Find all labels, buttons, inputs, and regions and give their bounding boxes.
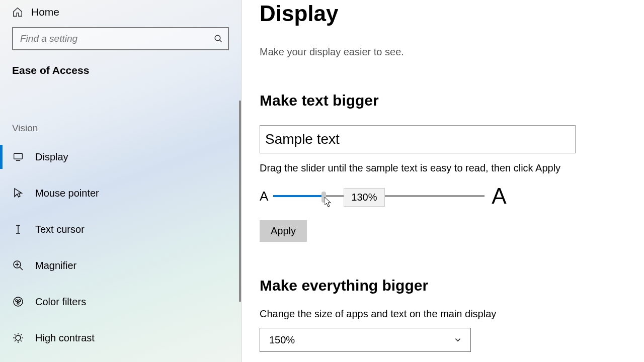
chevron-down-icon <box>454 336 461 343</box>
sample-text: Sample text <box>265 131 340 147</box>
big-a-icon: A <box>492 184 506 209</box>
svg-line-18 <box>21 340 22 341</box>
home-nav[interactable]: Home <box>0 0 241 27</box>
svg-line-20 <box>21 334 22 335</box>
home-label: Home <box>31 6 59 18</box>
slider-thumb[interactable] <box>321 192 326 203</box>
display-icon <box>12 151 24 163</box>
make-everything-bigger-heading: Make everything bigger <box>260 277 644 294</box>
svg-line-5 <box>20 267 23 270</box>
search-container <box>0 27 241 64</box>
text-size-slider-row: A 130% A <box>260 181 644 211</box>
high-contrast-icon <box>12 332 24 344</box>
svg-rect-2 <box>14 153 23 159</box>
sidebar-scrollbar[interactable] <box>239 101 241 302</box>
apply-button[interactable]: Apply <box>260 220 307 242</box>
svg-point-12 <box>16 335 21 340</box>
slider-value-tooltip: 130% <box>344 188 384 207</box>
svg-line-19 <box>15 340 16 341</box>
category-heading: Ease of Access <box>0 64 241 81</box>
svg-point-9 <box>16 300 18 302</box>
settings-sidebar: Home Ease of Access Vision Display Mouse… <box>0 0 242 362</box>
nav-label: Mouse pointer <box>35 188 99 199</box>
svg-line-1 <box>219 40 222 42</box>
svg-point-8 <box>14 297 23 306</box>
svg-point-10 <box>19 300 21 302</box>
svg-line-17 <box>15 334 16 335</box>
subcategory-heading: Vision <box>0 81 241 139</box>
sidebar-item-mouse-pointer[interactable]: Mouse pointer <box>0 175 241 211</box>
nav-label: High contrast <box>35 332 95 344</box>
magnifier-icon <box>12 259 24 272</box>
pointer-icon <box>12 187 24 199</box>
make-text-bigger-heading: Make text bigger <box>260 92 644 109</box>
search-box[interactable] <box>12 27 229 50</box>
scale-dropdown[interactable]: 150% <box>260 328 471 352</box>
scale-label: Change the size of apps and text on the … <box>260 308 644 320</box>
sidebar-item-magnifier[interactable]: Magnifier <box>0 247 241 284</box>
sample-text-box: Sample text <box>260 125 576 153</box>
search-input[interactable] <box>20 33 214 44</box>
nav-label: Magnifier <box>35 260 76 272</box>
sidebar-item-high-contrast[interactable]: High contrast <box>0 320 241 356</box>
small-a-icon: A <box>260 189 268 204</box>
home-icon <box>12 7 23 18</box>
svg-point-0 <box>215 35 220 41</box>
slider-instruction: Drag the slider until the sample text is… <box>260 162 644 174</box>
color-filters-icon <box>12 296 24 308</box>
text-size-slider[interactable]: 130% <box>273 195 485 197</box>
nav-label: Text cursor <box>35 224 85 235</box>
sidebar-item-display[interactable]: Display <box>0 139 241 175</box>
search-icon <box>214 34 223 43</box>
page-title: Display <box>260 0 644 26</box>
sidebar-item-color-filters[interactable]: Color filters <box>0 284 241 320</box>
sidebar-item-text-cursor[interactable]: Text cursor <box>0 211 241 247</box>
nav-label: Color filters <box>35 296 86 308</box>
page-subtitle: Make your display easier to see. <box>260 46 644 58</box>
nav-label: Display <box>35 151 68 163</box>
text-cursor-icon <box>12 223 24 235</box>
main-content: Display Make your display easier to see.… <box>242 0 644 362</box>
dropdown-value: 150% <box>269 334 295 346</box>
slider-fill <box>273 195 324 197</box>
svg-point-11 <box>17 302 19 304</box>
